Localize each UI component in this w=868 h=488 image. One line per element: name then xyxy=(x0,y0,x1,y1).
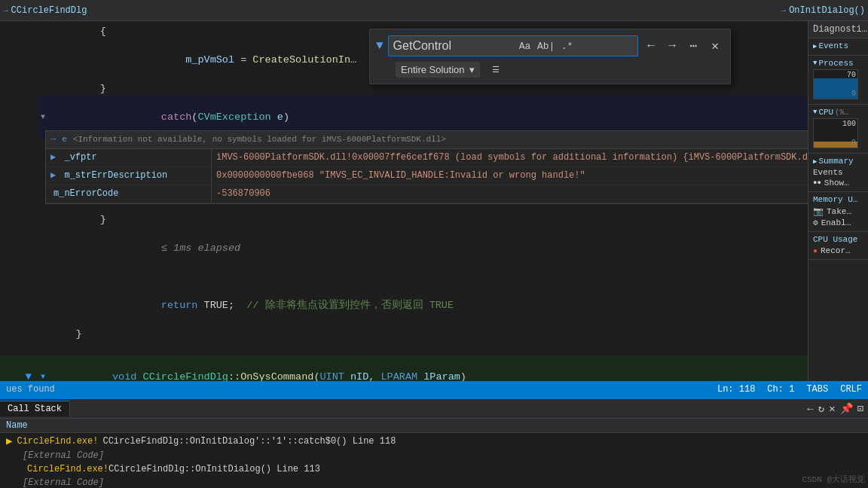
left-breadcrumb: → CCircleFindDlg xyxy=(3,5,781,16)
line-number xyxy=(0,198,38,212)
find-expand-icon[interactable]: ▼ xyxy=(376,39,384,53)
case-sensitive-label: Aa xyxy=(519,41,531,52)
call-stack-row-active: ▶ CircleFind.exe!CCircleFindDlg::OnInitD… xyxy=(0,433,868,449)
process-value: 70 xyxy=(847,71,856,79)
watch-row-vfptr: ▶ _vfptr iMVS-6000PlatformSDK.dll!0x0000… xyxy=(46,149,808,167)
events-label: ▶ Events xyxy=(813,41,863,50)
external-code-label2: [External Code] xyxy=(6,477,104,488)
code-editor[interactable]: { m_pVmSol = CreateSolutionIn… } xyxy=(0,21,808,381)
line-number xyxy=(0,96,38,139)
find-option1-button[interactable]: ☰ xyxy=(487,61,504,78)
find-close-button[interactable]: ✕ xyxy=(706,37,724,55)
find-case-sensitive-button[interactable]: Aa xyxy=(517,38,533,54)
find-scope-row: Entire Solution ▾ ☰ xyxy=(376,61,724,78)
triangle-icon: ▶ xyxy=(813,42,817,50)
find-next-button[interactable]: → xyxy=(664,38,680,54)
record-icon: ● xyxy=(813,247,818,255)
line-content: } xyxy=(48,327,808,341)
process-text: Process xyxy=(818,59,853,68)
find-prev-button[interactable]: ← xyxy=(643,38,659,54)
call-stack-tab[interactable]: Call Stack xyxy=(0,401,70,416)
cpu-value: 100 xyxy=(842,120,856,128)
watch-name: ▶ _vfptr xyxy=(46,149,212,166)
panel-refresh-icon[interactable]: ↻ xyxy=(818,402,824,415)
cpu-usage-section: CPU Usage ● Recor… xyxy=(808,232,868,260)
collapse-icon xyxy=(38,24,48,38)
find-scope-text: Entire Solution xyxy=(401,64,465,75)
camera-icon: 📷 xyxy=(813,206,824,216)
status-right: Ln: 118 Ch: 1 TABS CRLF xyxy=(717,384,862,395)
diagnostics-panel: Diagnosti… ▶ Events ▼ Process 70 0 ▼ xyxy=(808,21,868,381)
cpu-text: CPU xyxy=(818,108,833,117)
panel-controls: ← ↻ ✕ 📌 ⊡ xyxy=(802,401,868,416)
find-scope-selector[interactable]: Entire Solution ▾ xyxy=(396,62,480,78)
line-col-text: Ln: 118 xyxy=(717,384,755,395)
record-item[interactable]: ● Recor… xyxy=(813,246,863,256)
find-options-button[interactable]: ⋯ xyxy=(685,38,701,54)
call-stack-row-oninitdialog: CircleFind.exe!CCircleFindDlg::OnInitDia… xyxy=(0,462,868,476)
collapse-icon xyxy=(38,270,48,284)
find-replace-toolbar[interactable]: ▼ Aa Ab| .* ← xyxy=(369,29,731,84)
code-line: ▼ ▼ void CCircleFindDlg::OnSysCommand(UI… xyxy=(0,355,808,381)
watch-value: -536870906 xyxy=(212,185,808,203)
line-number xyxy=(0,139,38,153)
collapse-icon xyxy=(38,227,48,270)
events-item-text: Events xyxy=(813,168,843,177)
regex-label: .* xyxy=(561,41,573,52)
watch-var-label: m_nErrorCode xyxy=(53,188,118,199)
line-number xyxy=(0,270,38,284)
indent-text: TABS xyxy=(806,384,828,395)
find-input-container[interactable]: Aa Ab| .* xyxy=(388,35,638,56)
diagnostics-title: Diagnosti… xyxy=(813,24,867,35)
encoding-text: CRLF xyxy=(840,384,862,395)
find-extra-options: ☰ xyxy=(487,61,504,78)
take-item[interactable]: 📷 Take… xyxy=(813,206,863,217)
cpu-section: ▼ CPU (%… 100 0 xyxy=(808,105,868,154)
panel-close-icon[interactable]: ✕ xyxy=(829,402,835,415)
watch-name: ▶ m_strErrDescription xyxy=(46,167,212,185)
process-graph: 70 0 xyxy=(813,69,858,99)
watch-row-errorcode: m_nErrorCode -536870906 xyxy=(46,185,808,203)
line-content xyxy=(48,341,808,355)
left-class-name[interactable]: CCircleFindDlg xyxy=(11,5,87,16)
line-number xyxy=(0,81,38,96)
enable-icon: ⚙ xyxy=(813,218,818,227)
show-item[interactable]: ●● Show… xyxy=(813,178,863,188)
bottom-tabs: Call Stack ← ↻ ✕ 📌 ⊡ xyxy=(0,399,868,419)
find-whole-word-button[interactable]: Ab| xyxy=(538,38,555,54)
find-search-input[interactable] xyxy=(393,39,514,53)
find-regex-button[interactable]: .* xyxy=(559,38,576,54)
code-line: return TRUE; // 除非将焦点设置到控件，否则返回 TRUE xyxy=(0,284,808,327)
call-stack-name-col: Name xyxy=(6,420,28,431)
watch-value: iMVS-6000PlatformSDK.dll!0x00007ffe6ce1f… xyxy=(212,149,808,166)
process-zero: 0 xyxy=(851,90,856,98)
find-toolbar-row: ▼ Aa Ab| .* ← xyxy=(376,35,724,56)
watch-value: 0x0000000000fbe068 "IMVS_EC_INVALID_HAND… xyxy=(212,167,808,185)
cpu-usage-label: CPU Usage xyxy=(813,235,863,244)
enable-text: Enabl… xyxy=(821,218,851,227)
right-func-name[interactable]: OnInitDialog() xyxy=(789,5,865,16)
line-content: ≤ 1ms elapsed xyxy=(48,227,808,270)
code-line xyxy=(0,270,808,284)
bottom-panel: Call Stack ← ↻ ✕ 📌 ⊡ Name ▶ CircleFind.e… xyxy=(0,398,868,488)
collapse-icon xyxy=(38,341,48,355)
panel-expand-icon[interactable]: ⊡ xyxy=(857,402,863,415)
panel-back-icon[interactable]: ← xyxy=(807,403,813,415)
enable-item[interactable]: ⚙ Enabl… xyxy=(813,217,863,228)
memory-section: Memory U… 📷 Take… ⚙ Enabl… xyxy=(808,192,868,232)
record-text: Recor… xyxy=(821,246,851,255)
panel-content: Name ▶ CircleFind.exe!CCircleFindDlg::On… xyxy=(0,419,868,488)
cpu-zero: 0 xyxy=(851,139,856,147)
status-bar: ues found Ln: 118 Ch: 1 TABS CRLF xyxy=(0,381,868,398)
line-number: ▼ xyxy=(0,355,38,381)
summary-section: ▶ Summary Events ●● Show… xyxy=(808,154,868,192)
line-number xyxy=(0,341,38,355)
cpu-usage-text: CPU Usage xyxy=(813,235,857,244)
collapse-icon xyxy=(38,81,48,96)
panel-pin-icon[interactable]: 📌 xyxy=(840,402,853,415)
process-section: ▼ Process 70 0 xyxy=(808,56,868,105)
collapse-icon[interactable]: ▼ xyxy=(38,355,48,381)
find-scope-dropdown-icon[interactable]: ▾ xyxy=(469,64,475,75)
main-area: { m_pVmSol = CreateSolutionIn… } xyxy=(0,21,868,381)
process-label: ▼ Process xyxy=(813,59,863,68)
